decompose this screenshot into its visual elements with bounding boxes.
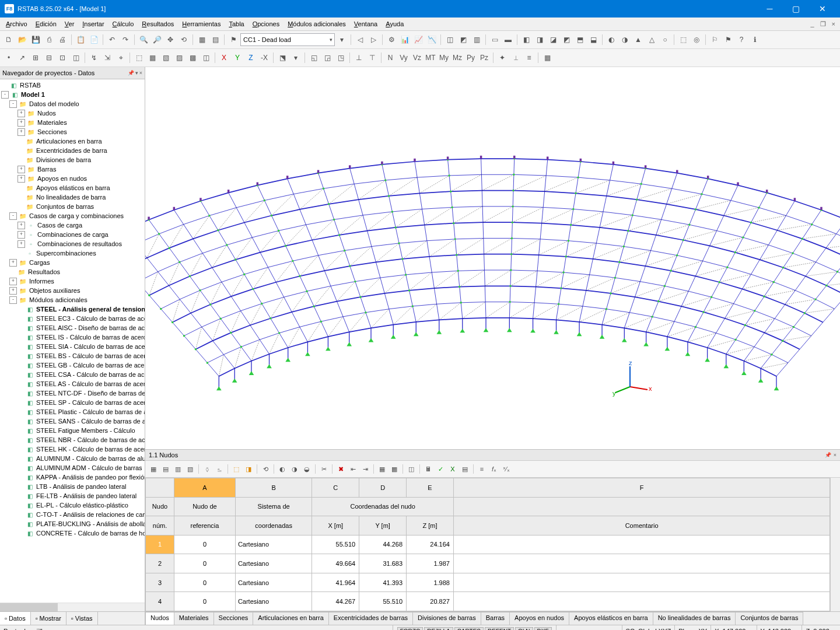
s17-icon[interactable]: Y <box>231 51 244 64</box>
s4-icon[interactable]: ⊟ <box>43 51 55 64</box>
table-tab-apoyos-en-nudos[interactable]: Apoyos en nudos <box>509 612 569 625</box>
res1-icon[interactable]: 📊 <box>398 33 411 46</box>
tree-fe-ltb-an-lisis-de-pandeo-lateral[interactable]: FE-LTB - Análisis de pandeo lateral <box>0 491 145 501</box>
nav-dropdown-icon[interactable]: ▾ <box>135 70 138 76</box>
t8-icon[interactable]: ◪ <box>547 33 559 46</box>
bt23-icon[interactable]: ▤ <box>459 463 471 475</box>
tree-casos-de-carga-y-combinaciones[interactable]: -Casos de carga y combinaciones <box>0 211 145 220</box>
s15-icon[interactable]: ◫ <box>200 51 212 64</box>
table-tab-secciones[interactable]: Secciones <box>214 612 254 625</box>
tree-cargas[interactable]: +Cargas <box>0 258 145 267</box>
s26-icon[interactable]: ⊤ <box>366 51 379 64</box>
tree-nudos[interactable]: +Nudos <box>0 108 145 118</box>
tree-apoyos-en-nudos[interactable]: +Apoyos en nudos <box>0 174 145 183</box>
zoom-icon[interactable]: 🔍 <box>137 33 150 46</box>
nav-close-icon[interactable]: × <box>139 70 142 76</box>
t12-icon[interactable]: ◐ <box>605 33 618 46</box>
tree-kappa-an-lisis-de-pandeo-por-flexi-n[interactable]: KAPPA - Análisis de pandeo por flexión <box>0 473 145 482</box>
tree-m-dulos-adicionales[interactable]: -Módulos adicionales <box>0 295 145 304</box>
bt5-icon[interactable]: ⎀ <box>201 463 213 475</box>
table-row[interactable]: 40Cartesiano44.26755.51020.827 <box>146 592 830 611</box>
s11-icon[interactable]: ▦ <box>146 51 159 64</box>
bt18-icon[interactable]: ▩ <box>388 463 400 475</box>
s35-icon[interactable]: ✦ <box>496 51 509 64</box>
tree-secciones[interactable]: +Secciones <box>0 127 145 136</box>
s23-icon[interactable]: ◲ <box>321 51 334 64</box>
tree-articulaciones-en-barra[interactable]: Articulaciones en barra <box>0 136 145 146</box>
paste-icon[interactable]: 📄 <box>88 33 100 46</box>
t6-icon[interactable]: ◧ <box>520 33 533 46</box>
bt11-icon[interactable]: ◑ <box>289 463 300 475</box>
menu-módulos-adicionales[interactable]: Módulos adicionales <box>284 19 349 29</box>
t4-icon[interactable]: ▭ <box>488 33 501 46</box>
tree-materiales[interactable]: +Materiales <box>0 118 145 127</box>
mdi-close-icon[interactable]: × <box>830 20 838 28</box>
tree-conjuntos-de-barras[interactable]: Conjuntos de barras <box>0 202 145 211</box>
s12-icon[interactable]: ▧ <box>159 51 172 64</box>
info-icon[interactable]: ℹ <box>748 33 761 46</box>
tree-ltb-an-lisis-de-pandeo-lateral[interactable]: LTB - Análisis de pandeo lateral <box>0 482 145 491</box>
table-row[interactable]: 30Cartesiano41.96441.3931.988 <box>146 573 830 592</box>
tree-supercombinaciones[interactable]: Supercombinaciones <box>0 249 145 258</box>
bt16-icon[interactable]: ⇥ <box>359 463 371 475</box>
table-vscroll[interactable] <box>830 478 840 611</box>
flag2-icon[interactable]: ⚑ <box>722 33 734 46</box>
tree-steel-sp-c-lculo-de-barras-de-acero[interactable]: STEEL SP - Cálculo de barras de acero <box>0 398 145 407</box>
menu-ventana[interactable]: Ventana <box>351 19 381 29</box>
nav-pin-icon[interactable]: 📌 <box>128 70 134 76</box>
bt13-icon[interactable]: ✂ <box>318 463 330 475</box>
tree-steel-ec3-c-lculo-de-barras-de-acero[interactable]: STEEL EC3 - Cálculo de barras de acero <box>0 314 145 323</box>
bt19-icon[interactable]: ◫ <box>405 463 417 475</box>
res2-icon[interactable]: 📈 <box>412 33 425 46</box>
bt17-icon[interactable]: ▦ <box>376 463 388 475</box>
close-button[interactable]: ✕ <box>809 0 835 18</box>
tree-steel-hk-c-lculo-de-barras-de-acero[interactable]: STEEL HK - Cálculo de barras de acero <box>0 444 145 454</box>
s18-icon[interactable]: Z <box>244 51 257 64</box>
data-table[interactable]: A B C D E F Nudo Nudo de Sistema de Coor… <box>145 478 830 611</box>
status-toggle-refent[interactable]: REFENT <box>485 627 514 631</box>
s10-icon[interactable]: ⬚ <box>132 51 145 64</box>
tree-excentricidades-de-barra[interactable]: Excentricidades de barra <box>0 146 145 155</box>
s38-icon[interactable]: ▦ <box>541 51 554 64</box>
s27-icon[interactable]: N <box>384 51 397 64</box>
bt25-icon[interactable]: fₓ <box>488 463 500 475</box>
bt15-icon[interactable]: ⇤ <box>347 463 359 475</box>
mdi-minimize-icon[interactable]: _ <box>808 20 816 28</box>
tree-combinaciones-de-resultados[interactable]: +Combinaciones de resultados <box>0 239 145 249</box>
s9-icon[interactable]: ⌖ <box>114 51 127 64</box>
s8-icon[interactable]: ⇲ <box>101 51 114 64</box>
rotate-icon[interactable]: ⟲ <box>177 33 190 46</box>
s14-icon[interactable]: ▩ <box>186 51 199 64</box>
s33-icon[interactable]: Py <box>464 51 477 64</box>
next-lc-icon[interactable]: ▷ <box>367 33 380 46</box>
tree-steel-is-c-lculo-de-barras-de-acero[interactable]: STEEL IS - Cálculo de barras de acero <box>0 332 145 342</box>
pan-icon[interactable]: ✥ <box>164 33 177 46</box>
table-tab-conjuntos-de-barras[interactable]: Conjuntos de barras <box>735 612 803 625</box>
bt2-icon[interactable]: ▤ <box>160 463 172 475</box>
t18-icon[interactable]: ◎ <box>690 33 703 46</box>
lc-drop-icon[interactable]: ▾ <box>335 33 348 46</box>
s22-icon[interactable]: ◱ <box>307 51 320 64</box>
tree-plate-buckling-an-lisis-de-abolladura[interactable]: PLATE-BUCKLING - Análisis de abolladura <box>0 519 145 528</box>
new-icon[interactable]: 🗋 <box>2 33 15 46</box>
t16-icon[interactable]: ○ <box>659 33 671 46</box>
menu-insertar[interactable]: Insertar <box>79 19 107 29</box>
t5-icon[interactable]: ▬ <box>502 33 514 46</box>
maximize-button[interactable]: ▢ <box>783 0 809 18</box>
s25-icon[interactable]: ⊥ <box>352 51 365 64</box>
table-tab-excentricidades-de-barras[interactable]: Excentricidades de barras <box>328 612 413 625</box>
menu-tabla[interactable]: Tabla <box>225 19 247 29</box>
s19-icon[interactable]: -X <box>258 51 271 64</box>
t14-icon[interactable]: ▲ <box>632 33 645 46</box>
t2-icon[interactable]: ◩ <box>457 33 470 46</box>
bt8-icon[interactable]: ◨ <box>243 463 254 475</box>
s1-icon[interactable]: • <box>2 51 15 64</box>
prev-lc-icon[interactable]: ◁ <box>354 33 366 46</box>
tree-combinaciones-de-carga[interactable]: +Combinaciones de carga <box>0 230 145 239</box>
s6-icon[interactable]: ◫ <box>69 51 82 64</box>
tree-model-1[interactable]: -Model 1 <box>0 90 145 99</box>
status-toggle-forzc[interactable]: FORZC <box>397 627 423 631</box>
t10-icon[interactable]: ⬒ <box>573 33 586 46</box>
t17-icon[interactable]: ⬚ <box>677 33 690 46</box>
tree-steel-sans-c-lculo-de-barras-de-acero[interactable]: STEEL SANS - Cálculo de barras de acero <box>0 416 145 426</box>
